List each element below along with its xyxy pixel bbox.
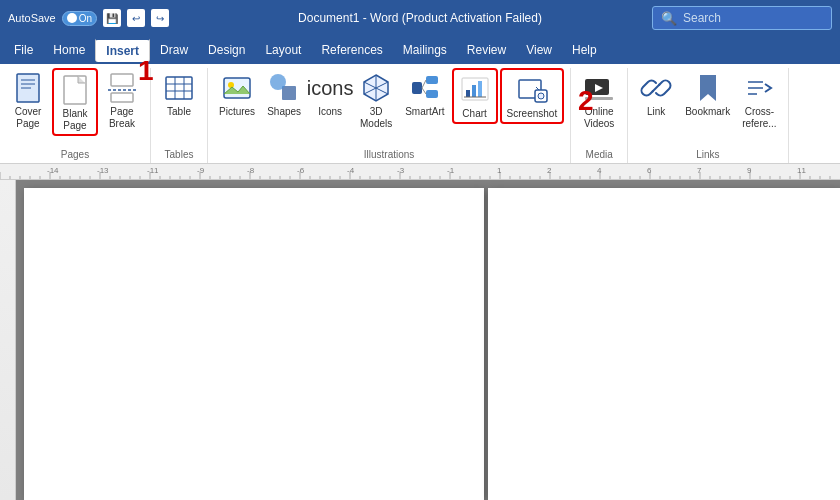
cross-reference-label: Cross- refere... [742, 106, 776, 130]
svg-rect-13 [224, 78, 250, 98]
svg-line-38 [652, 84, 660, 92]
blank-page-label: Blank Page [62, 108, 87, 132]
link-label: Link [647, 106, 665, 118]
ribbon-btn-table[interactable]: Table [157, 68, 201, 120]
svg-rect-28 [472, 85, 476, 97]
ribbon-btn-online-videos[interactable]: Online Videos [577, 68, 621, 132]
ribbon-btn-bookmark[interactable]: Bookmark [680, 68, 735, 120]
online-videos-icon [583, 72, 615, 104]
document-title: Document1 - Word (Product Activation Fai… [298, 11, 542, 25]
redo-icon[interactable]: ↪ [151, 9, 169, 27]
cross-reference-icon [743, 72, 775, 104]
menu-item-draw[interactable]: Draw [150, 39, 198, 61]
svg-rect-5 [111, 74, 133, 86]
svg-line-24 [422, 80, 426, 88]
title-bar-left: AutoSave On 💾 ↩ ↪ [8, 9, 169, 27]
ribbon-btn-screenshot[interactable]: Screenshot [500, 68, 565, 124]
ribbon-group-label-tables: Tables [157, 146, 201, 163]
3d-models-icon [360, 72, 392, 104]
online-videos-label: Online Videos [584, 106, 614, 130]
bookmark-label: Bookmark [685, 106, 730, 118]
ribbon-btn-icons[interactable]: iconsIcons [308, 68, 352, 120]
ribbon-btn-smartart[interactable]: SmartArt [400, 68, 449, 120]
search-bar[interactable]: 🔍 [652, 6, 832, 30]
ribbon-group-label-links: Links [634, 146, 781, 163]
vertical-ruler [0, 180, 16, 500]
menu-item-references[interactable]: References [311, 39, 392, 61]
cover-page-icon [12, 72, 44, 104]
3d-models-label: 3D Models [360, 106, 392, 130]
document-area [0, 180, 840, 500]
cover-page-label: Cover Page [15, 106, 42, 130]
menu-item-home[interactable]: Home [43, 39, 95, 61]
page-right [488, 188, 840, 500]
ribbon-group-links: LinkBookmarkCross- refere...Links [628, 68, 788, 163]
pictures-icon [221, 72, 253, 104]
link-icon [640, 72, 672, 104]
ribbon-btn-shapes[interactable]: Shapes [262, 68, 306, 120]
svg-rect-37 [585, 97, 613, 100]
save-icon[interactable]: 💾 [103, 9, 121, 27]
ribbon-btn-blank-page[interactable]: Blank Page [52, 68, 98, 136]
ribbon-group-tables: TableTables [151, 68, 208, 163]
ribbon: Cover PageBlank PagePage BreakPagesTable… [0, 64, 840, 164]
chart-label: Chart [462, 108, 486, 120]
svg-rect-27 [466, 90, 470, 97]
page-break-icon [106, 72, 138, 104]
menu-item-design[interactable]: Design [198, 39, 255, 61]
svg-rect-15 [282, 86, 296, 100]
menu-item-layout[interactable]: Layout [255, 39, 311, 61]
svg-rect-23 [426, 90, 438, 98]
svg-point-16 [270, 74, 286, 90]
table-icon [163, 72, 195, 104]
ribbon-group-media: Online VideosMedia [571, 68, 628, 163]
table-label: Table [167, 106, 191, 118]
page-container [16, 180, 840, 500]
page-left [24, 188, 484, 500]
autosave-label: AutoSave [8, 12, 56, 24]
menu-item-file[interactable]: File [4, 39, 43, 61]
ribbon-btn-cover-page[interactable]: Cover Page [6, 68, 50, 132]
toggle-dot [67, 13, 77, 23]
smartart-icon [409, 72, 441, 104]
undo-icon[interactable]: ↩ [127, 9, 145, 27]
svg-marker-39 [700, 75, 716, 101]
search-input[interactable] [683, 11, 823, 25]
bookmark-icon [692, 72, 724, 104]
ribbon-btn-cross-reference[interactable]: Cross- refere... [737, 68, 781, 132]
svg-rect-29 [478, 81, 482, 97]
ribbon-btn-link[interactable]: Link [634, 68, 678, 120]
svg-line-25 [422, 88, 426, 94]
menu-item-help[interactable]: Help [562, 39, 607, 61]
svg-rect-4 [64, 76, 86, 104]
title-bar: AutoSave On 💾 ↩ ↪ Document1 - Word (Prod… [0, 0, 840, 36]
search-icon: 🔍 [661, 11, 677, 26]
shapes-icon [268, 72, 300, 104]
menu-bar: FileHomeInsertDrawDesignLayoutReferences… [0, 36, 840, 64]
shapes-label: Shapes [267, 106, 301, 118]
ribbon-group-illustrations: PicturesShapesiconsIcons3D ModelsSmartAr… [208, 68, 571, 163]
svg-point-14 [228, 82, 234, 88]
ribbon-group-pages: Cover PageBlank PagePage BreakPages [0, 68, 151, 163]
blank-page-icon [59, 74, 91, 106]
ribbon-btn-pictures[interactable]: Pictures [214, 68, 260, 120]
autosave-toggle[interactable]: On [62, 11, 97, 26]
ribbon-btn-3d-models[interactable]: 3D Models [354, 68, 398, 132]
svg-rect-21 [412, 82, 422, 94]
svg-point-33 [538, 93, 544, 99]
menu-item-view[interactable]: View [516, 39, 562, 61]
svg-rect-22 [426, 76, 438, 84]
ribbon-btn-chart[interactable]: Chart [452, 68, 498, 124]
ribbon-group-label-media: Media [577, 146, 621, 163]
ribbon-group-label-pages: Pages [6, 146, 144, 163]
smartart-label: SmartArt [405, 106, 444, 118]
menu-item-insert[interactable]: Insert [95, 38, 150, 62]
svg-rect-7 [111, 93, 133, 102]
pictures-label: Pictures [219, 106, 255, 118]
menu-item-review[interactable]: Review [457, 39, 516, 61]
menu-items: FileHomeInsertDrawDesignLayoutReferences… [4, 38, 607, 62]
ribbon-btn-page-break[interactable]: Page Break [100, 68, 144, 132]
toggle-state: On [79, 13, 92, 24]
ribbon-group-label-illustrations: Illustrations [214, 146, 564, 163]
menu-item-mailings[interactable]: Mailings [393, 39, 457, 61]
